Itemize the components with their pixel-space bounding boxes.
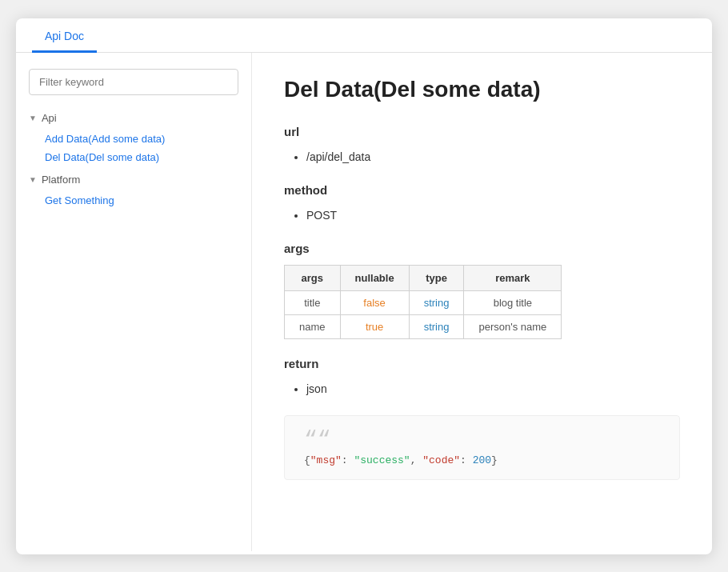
code-comma: , [410, 454, 423, 466]
code-block: ““ {"msg": "success", "code": 200} [284, 415, 680, 480]
args-label: args [284, 242, 680, 255]
code-colon-2: : [460, 454, 473, 466]
tab-api-doc[interactable]: Api Doc [32, 18, 97, 53]
cell-type-1: string [409, 314, 464, 338]
code-open-brace: { [304, 454, 310, 466]
col-nullable: nullable [340, 265, 409, 290]
nav-group-api-label: Api [42, 112, 57, 124]
sidebar: ▼ Api Add Data(Add some data) Del Data(D… [16, 53, 252, 551]
code-code-key: "code" [422, 454, 460, 466]
url-section: url /api/del_data [284, 125, 680, 166]
col-remark: remark [464, 265, 562, 290]
url-list: /api/del_data [284, 148, 680, 166]
code-line: {"msg": "success", "code": 200} [304, 454, 660, 466]
app-window: Api Doc ▼ Api Add Data(Add some data) De… [16, 18, 712, 554]
url-label: url [284, 125, 680, 138]
nav-group-platform-label: Platform [42, 174, 80, 186]
nav-group-platform-items: Get Something [29, 191, 238, 210]
code-msg-key: "msg" [310, 454, 342, 466]
code-close-brace: } [491, 454, 498, 466]
nav-item-get-something[interactable]: Get Something [45, 191, 238, 210]
table-row: name true string person's name [285, 314, 562, 338]
args-table: args nullable type remark title false st… [284, 265, 562, 339]
nav-item-del-data[interactable]: Del Data(Del some data) [45, 148, 238, 166]
nav-group-api: ▼ Api Add Data(Add some data) Del Data(D… [29, 110, 238, 166]
cell-remark-0: blog title [464, 290, 562, 314]
cell-nullable-1: true [340, 314, 409, 338]
args-section: args args nullable type remark title [284, 242, 680, 339]
quote-marks: ““ [304, 429, 660, 451]
nav-group-api-items: Add Data(Add some data) Del Data(Del som… [29, 130, 238, 166]
method-label: method [284, 183, 680, 197]
table-row: title false string blog title [285, 290, 562, 314]
nav-item-add-data[interactable]: Add Data(Add some data) [45, 130, 238, 148]
nav-group-api-header[interactable]: ▼ Api [29, 110, 238, 126]
col-type: type [409, 265, 464, 290]
tab-bar: Api Doc [16, 18, 712, 53]
cell-nullable-0: false [340, 290, 409, 314]
page-title: Del Data(Del some data) [284, 77, 680, 102]
code-msg-val: "success" [354, 454, 410, 466]
content-area: ▼ Api Add Data(Add some data) Del Data(D… [16, 53, 712, 551]
cell-type-0: string [409, 290, 464, 314]
return-label: return [284, 357, 680, 370]
chevron-down-icon-platform: ▼ [29, 175, 37, 184]
return-section: return json ““ {"msg": "success", "code"… [284, 357, 680, 480]
method-value: POST [306, 206, 680, 224]
table-header-row: args nullable type remark [285, 265, 562, 290]
code-colon-1: : [342, 454, 354, 466]
nav-group-platform: ▼ Platform Get Something [29, 171, 238, 210]
main-content: Del Data(Del some data) url /api/del_dat… [252, 53, 712, 551]
method-list: POST [284, 206, 680, 224]
return-value: json [306, 380, 680, 398]
cell-args-0: title [285, 290, 341, 314]
method-section: method POST [284, 183, 680, 224]
cell-remark-1: person's name [464, 314, 562, 338]
code-code-val: 200 [473, 454, 491, 466]
nav-group-platform-header[interactable]: ▼ Platform [29, 171, 238, 188]
cell-args-1: name [285, 314, 341, 338]
return-list: json [284, 380, 680, 398]
chevron-down-icon: ▼ [29, 114, 37, 122]
filter-input[interactable] [29, 69, 238, 95]
col-args: args [285, 265, 341, 290]
url-value: /api/del_data [306, 148, 680, 166]
